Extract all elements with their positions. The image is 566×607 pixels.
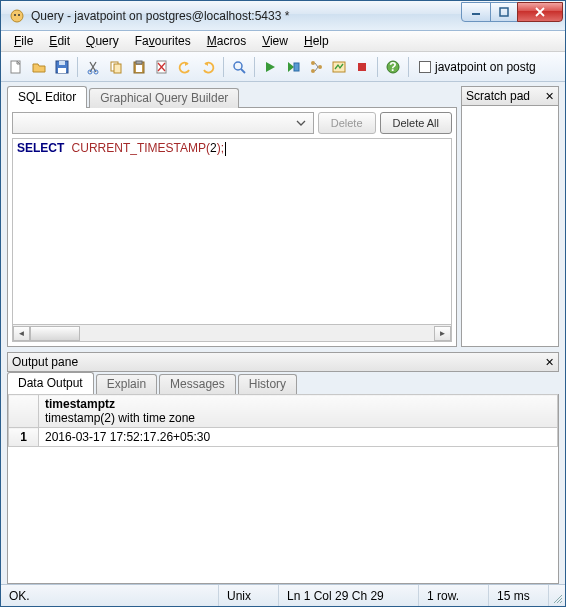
tab-sql-editor[interactable]: SQL Editor [7, 86, 87, 108]
table-row[interactable]: 1 2016-03-17 17:52:17.26+05:30 [9, 428, 558, 447]
svg-point-2 [18, 14, 20, 16]
scroll-track[interactable] [30, 326, 434, 341]
status-position: Ln 1 Col 29 Ch 29 [279, 585, 419, 606]
output-pane-header[interactable]: Output pane ✕ [7, 352, 559, 372]
svg-point-0 [11, 10, 23, 22]
connection-label: javatpoint on postg [435, 60, 536, 74]
maximize-button[interactable] [490, 2, 518, 22]
scratch-pad-header[interactable]: Scratch pad ✕ [461, 86, 559, 106]
tab-data-output[interactable]: Data Output [7, 372, 94, 394]
horizontal-scrollbar[interactable]: ◄ ► [12, 325, 452, 342]
toolbar-separator [223, 57, 224, 77]
table-header-row: timestamptztimestamp(2) with time zone [9, 395, 558, 428]
svg-rect-8 [58, 68, 66, 73]
toolbar-separator [408, 57, 409, 77]
svg-point-19 [311, 61, 315, 65]
status-message: OK. [1, 585, 219, 606]
paste-icon[interactable] [128, 56, 150, 78]
svg-rect-12 [114, 64, 121, 73]
close-output-icon[interactable]: ✕ [545, 356, 554, 369]
menu-view[interactable]: View [255, 32, 295, 50]
open-icon[interactable] [28, 56, 50, 78]
row-number[interactable]: 1 [9, 428, 39, 447]
clear-icon[interactable] [151, 56, 173, 78]
copy-icon[interactable] [105, 56, 127, 78]
status-time: 15 ms [489, 585, 549, 606]
svg-rect-15 [136, 65, 142, 72]
toolbar: ? javatpoint on postg [1, 52, 565, 82]
svg-rect-7 [59, 61, 65, 65]
text-cursor [225, 142, 226, 156]
status-rows: 1 row. [419, 585, 489, 606]
explain-analyze-icon[interactable] [328, 56, 350, 78]
close-scratch-icon[interactable]: ✕ [545, 90, 554, 103]
output-tabs: Data Output Explain Messages History [7, 372, 559, 394]
cut-icon[interactable] [82, 56, 104, 78]
new-icon[interactable] [5, 56, 27, 78]
history-combo[interactable] [12, 112, 314, 134]
editor-tabs: SQL Editor Graphical Query Builder [7, 86, 457, 108]
minimize-button[interactable] [461, 2, 491, 22]
title-bar[interactable]: Query - javatpoint on postgres@localhost… [1, 1, 565, 31]
tab-explain[interactable]: Explain [96, 374, 157, 394]
help-icon[interactable]: ? [382, 56, 404, 78]
scratch-pad-pane: Scratch pad ✕ [461, 86, 559, 347]
delete-all-button[interactable]: Delete All [380, 112, 452, 134]
menu-bar: File Edit Query Favourites Macros View H… [1, 31, 565, 52]
client-area: SQL Editor Graphical Query Builder Delet… [1, 82, 565, 584]
tab-graphical-builder[interactable]: Graphical Query Builder [89, 88, 239, 108]
svg-rect-4 [500, 8, 508, 16]
menu-favourites[interactable]: Favourites [128, 32, 198, 50]
connection-selector[interactable]: javatpoint on postg [419, 60, 536, 74]
tab-messages[interactable]: Messages [159, 374, 236, 394]
sql-textarea[interactable]: SELECT CURRENT_TIMESTAMP(2); [12, 138, 452, 325]
menu-edit[interactable]: Edit [42, 32, 77, 50]
tab-history[interactable]: History [238, 374, 297, 394]
scratch-pad-title: Scratch pad [466, 89, 530, 103]
output-pane-title: Output pane [12, 355, 78, 369]
top-split: SQL Editor Graphical Query Builder Delet… [7, 86, 559, 347]
scratch-pad-body[interactable] [461, 106, 559, 347]
window-title: Query - javatpoint on postgres@localhost… [31, 9, 462, 23]
toolbar-separator [254, 57, 255, 77]
svg-point-1 [14, 14, 16, 16]
resize-grip-icon[interactable] [549, 585, 565, 606]
execute-pgscript-icon[interactable] [282, 56, 304, 78]
output-body: timestamptztimestamp(2) with time zone 1… [7, 394, 559, 584]
chevron-down-icon [293, 115, 309, 131]
editor-body: Delete Delete All SELECT CURRENT_TIMESTA… [7, 107, 457, 347]
result-cell[interactable]: 2016-03-17 17:52:17.26+05:30 [39, 428, 558, 447]
row-header-blank[interactable] [9, 395, 39, 428]
svg-rect-3 [472, 13, 480, 15]
svg-rect-23 [358, 63, 366, 71]
menu-file[interactable]: File [7, 32, 40, 50]
close-button[interactable] [517, 2, 563, 22]
menu-query[interactable]: Query [79, 32, 126, 50]
scroll-right-icon[interactable]: ► [434, 326, 451, 341]
find-icon[interactable] [228, 56, 250, 78]
undo-icon[interactable] [174, 56, 196, 78]
result-grid[interactable]: timestamptztimestamp(2) with time zone 1… [8, 394, 558, 447]
redo-icon[interactable] [197, 56, 219, 78]
delete-button[interactable]: Delete [318, 112, 376, 134]
status-encoding: Unix [219, 585, 279, 606]
scroll-thumb[interactable] [30, 326, 80, 341]
status-bar: OK. Unix Ln 1 Col 29 Ch 29 1 row. 15 ms [1, 584, 565, 606]
svg-point-21 [318, 65, 322, 69]
scroll-left-icon[interactable]: ◄ [13, 326, 30, 341]
cancel-icon[interactable] [351, 56, 373, 78]
svg-rect-14 [136, 61, 142, 64]
execute-icon[interactable] [259, 56, 281, 78]
connection-checkbox[interactable] [419, 61, 431, 73]
svg-text:?: ? [389, 60, 396, 74]
grid-empty-area [8, 447, 558, 583]
menu-macros[interactable]: Macros [200, 32, 253, 50]
save-icon[interactable] [51, 56, 73, 78]
toolbar-separator [77, 57, 78, 77]
menu-help[interactable]: Help [297, 32, 336, 50]
explain-icon[interactable] [305, 56, 327, 78]
column-header[interactable]: timestamptztimestamp(2) with time zone [39, 395, 558, 428]
editor-controls: Delete Delete All [12, 112, 452, 134]
editor-pane: SQL Editor Graphical Query Builder Delet… [7, 86, 457, 347]
app-window: Query - javatpoint on postgres@localhost… [0, 0, 566, 607]
